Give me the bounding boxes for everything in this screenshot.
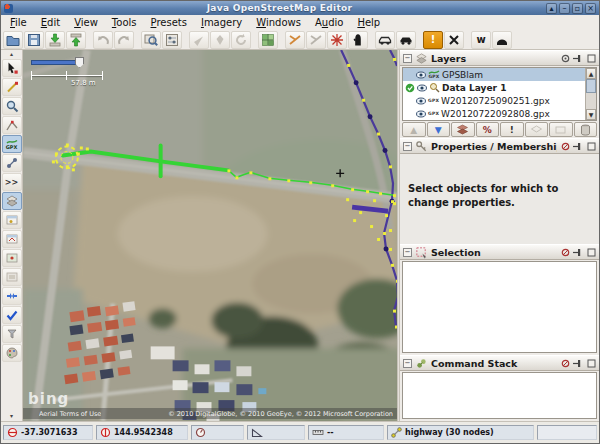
command-stack-dock-button[interactable] (560, 358, 570, 368)
close-window-button[interactable]: × (585, 3, 596, 14)
conflict-panel-toggle[interactable] (2, 287, 22, 305)
selection-close-button[interactable] (586, 247, 596, 257)
maximize-window-button[interactable]: ▫ (572, 3, 583, 14)
command-stack-sticky-button[interactable] (573, 358, 583, 368)
parking-dark-button[interactable] (396, 31, 416, 49)
zoom-slider[interactable] (31, 60, 81, 65)
titlebar[interactable]: Java OpenStreetMap Editor ▴ – ▫ × (1, 1, 599, 15)
zoom-tool-button[interactable] (2, 97, 22, 115)
mappaint-style-button[interactable] (492, 31, 512, 49)
extrude-tool-button[interactable] (2, 154, 22, 172)
layers-close-button[interactable] (586, 53, 596, 63)
combine-way-button[interactable] (285, 31, 305, 49)
tags-panel-toggle[interactable] (2, 211, 22, 229)
layers-collapse-button[interactable]: − (403, 54, 412, 63)
scroll-up-button[interactable]: ▲ (586, 68, 596, 79)
validator-warning-button[interactable]: ! (423, 31, 443, 49)
collapse-toolbar-top-button[interactable]: ▴ (3, 51, 21, 58)
improve-accuracy-tool-button[interactable] (2, 116, 22, 134)
properties-dock-button[interactable] (560, 141, 570, 151)
layers-sticky-button[interactable] (573, 53, 583, 63)
mappaint-panel-toggle[interactable] (2, 344, 22, 362)
command-stack-list[interactable] (402, 372, 597, 419)
parking-button[interactable] (375, 31, 395, 49)
visibility-eye-icon[interactable] (416, 71, 426, 79)
duplicate-layer-button[interactable] (525, 122, 549, 137)
new-layer-button[interactable] (549, 122, 573, 137)
menu-file[interactable]: File (3, 16, 34, 29)
command-stack-collapse-button[interactable]: − (403, 359, 412, 368)
minimap-toggle[interactable] (2, 249, 22, 267)
layers-panel-title: Layers (431, 53, 557, 64)
save-button[interactable] (24, 31, 44, 49)
scroll-down-button[interactable]: ▼ (586, 109, 596, 120)
refresh-button-disabled[interactable] (231, 31, 251, 49)
visibility-eye-icon[interactable] (416, 110, 426, 118)
visibility-eye-icon[interactable] (416, 97, 426, 105)
menu-imagery[interactable]: Imagery (194, 16, 249, 29)
layers-dock-button[interactable] (560, 53, 570, 63)
download-button[interactable] (45, 31, 65, 49)
merge-nodes-button[interactable] (306, 31, 326, 49)
select-tool-button[interactable] (2, 59, 22, 77)
more-tools-button[interactable]: >> (2, 173, 22, 191)
attribution-terms-link[interactable]: Aerial Terms of Use (39, 410, 101, 418)
menu-windows[interactable]: Windows (249, 16, 308, 29)
menu-presets[interactable]: Presets (144, 16, 194, 29)
delete-layer-button[interactable] (574, 122, 598, 137)
selection-collapse-button[interactable]: − (403, 248, 412, 257)
menu-tools[interactable]: Tools (105, 16, 144, 29)
draw-node-tool-button[interactable] (2, 78, 22, 96)
undo-button[interactable] (93, 31, 113, 49)
layer-row-data-layer-1[interactable]: Data Layer 1 (403, 81, 585, 94)
wms-button-disabled[interactable] (189, 31, 209, 49)
upload-button[interactable] (66, 31, 86, 49)
preferences-button[interactable] (162, 31, 182, 49)
layer-row-gpsblam[interactable]: GPX GPSBlam (403, 68, 585, 81)
josm-window: Java OpenStreetMap Editor ▴ – ▫ × File E… (0, 0, 600, 444)
menu-edit[interactable]: Edit (34, 16, 67, 29)
layer-opacity-button[interactable]: % (476, 122, 500, 137)
layer-warning-button[interactable]: ! (500, 122, 524, 137)
layers-scrollbar[interactable]: ▲ ▼ (585, 68, 596, 120)
distance-field: -- (308, 425, 384, 440)
imagery-button[interactable] (258, 31, 278, 49)
imagery-panel-toggle[interactable] (2, 268, 22, 286)
collapse-toolbar-bottom-button[interactable]: ▾ (3, 413, 21, 420)
export-button-disabled[interactable] (210, 31, 230, 49)
relations-panel-toggle[interactable] (2, 230, 22, 248)
scroll-thumb[interactable] (586, 79, 596, 93)
open-button[interactable] (3, 31, 23, 49)
zoom-to-selection-button[interactable] (141, 31, 161, 49)
filter-panel-toggle[interactable] (2, 325, 22, 343)
validator-panel-toggle[interactable] (2, 306, 22, 324)
minimize-window-button[interactable]: – (559, 3, 570, 14)
map-view[interactable]: 57.8 m bing Aerial Terms of Use © 2010 D… (23, 50, 397, 421)
properties-close-button[interactable] (586, 141, 596, 151)
move-layer-down-button[interactable]: ▼ (427, 122, 451, 137)
properties-collapse-button[interactable]: − (403, 142, 412, 151)
layer-row-gpx-file-2[interactable]: GPX W20120722092808.gpx (403, 107, 585, 120)
selection-sticky-button[interactable] (573, 247, 583, 257)
delete-button[interactable] (444, 31, 464, 49)
wireframe-style-button[interactable]: w (471, 31, 491, 49)
gpsblam-tool-button[interactable]: GPX (2, 135, 22, 153)
redo-button[interactable] (114, 31, 134, 49)
menu-help[interactable]: Help (350, 16, 387, 29)
merge-layer-button[interactable] (451, 122, 475, 137)
shade-window-button[interactable]: ▴ (546, 3, 557, 14)
gpsblam-tool-icon: GPX (6, 139, 18, 149)
menu-audio[interactable]: Audio (308, 16, 350, 29)
visibility-eye-icon[interactable] (417, 84, 427, 92)
split-way-button[interactable] (327, 31, 347, 49)
layers-list: GPX GPSBlam Data Layer 1 GPX (402, 67, 597, 121)
selection-list[interactable] (402, 261, 597, 353)
selection-dock-button[interactable] (560, 247, 570, 257)
properties-sticky-button[interactable] (573, 141, 583, 151)
command-stack-close-button[interactable] (586, 358, 596, 368)
hand-button[interactable] (348, 31, 368, 49)
layers-panel-toggle[interactable] (2, 192, 22, 210)
menu-view[interactable]: View (67, 16, 105, 29)
move-layer-up-button[interactable]: ▲ (402, 122, 426, 137)
layer-row-gpx-file-1[interactable]: GPX W20120725090251.gpx (403, 94, 585, 107)
